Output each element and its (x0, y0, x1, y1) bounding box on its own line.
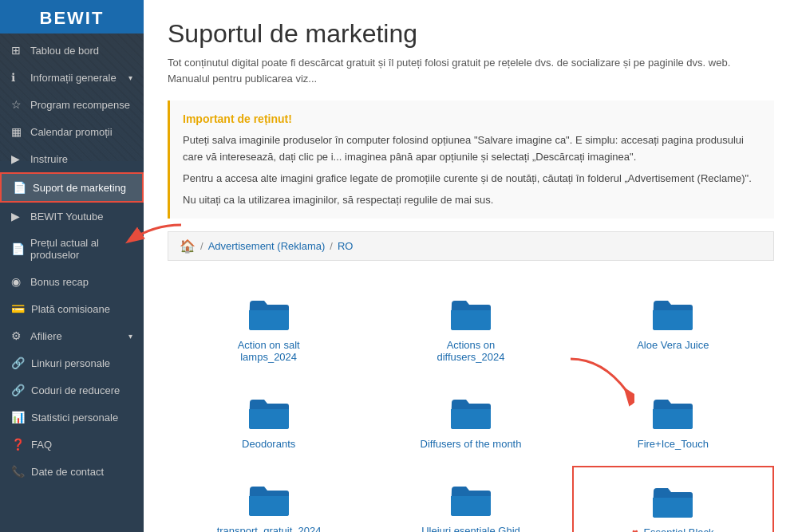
sidebar-item-label: BEWIT Youtube (30, 211, 104, 223)
sidebar-item-label: Instruire (30, 153, 68, 165)
folder-label-essential: ♥ Essential Black Friday (621, 526, 725, 532)
folder-item-3[interactable]: Aloe Vera Juice (572, 280, 774, 379)
folder-icon-essential (650, 483, 695, 520)
sidebar-item-coduri[interactable]: 🔗 Coduri de reducere (0, 376, 144, 404)
sidebar-item-label: Bonus recap (30, 276, 89, 288)
sidebar-item-label: Prețul actual al produselor (30, 237, 132, 261)
price-icon: 📄 (11, 242, 24, 255)
chevron-down-icon: ▾ (128, 332, 132, 341)
folder-label-8: Uleiuri esențiale Ghid practic (419, 525, 523, 532)
folder-item-7[interactable]: transport_gratuit_2024 (168, 466, 369, 532)
sidebar-item-label: Calendar promoții (30, 126, 113, 138)
bonus-icon: ◉ (11, 275, 24, 288)
folder-label-4: Deodorants (242, 438, 295, 450)
sidebar-item-label: Suport de marketing (33, 182, 126, 194)
sidebar-logo[interactable]: BEWIT (0, 0, 144, 37)
faq-icon: ❓ (11, 438, 25, 451)
calendar-icon: ▦ (11, 125, 24, 138)
document-icon: 📄 (13, 181, 26, 194)
sidebar: BEWIT ⊞ Tablou de bord ℹ Informații gene… (0, 0, 144, 532)
sidebar-item-bonus[interactable]: ◉ Bonus recap (0, 268, 144, 295)
folder-label-1: Action on salt lamps_2024 (217, 339, 321, 363)
home-icon[interactable]: 🏠 (180, 238, 196, 254)
phone-icon: 📞 (11, 465, 25, 478)
breadcrumb-separator-2: / (330, 240, 333, 252)
stats-icon: 📊 (11, 411, 25, 424)
folder-icon-3 (650, 296, 695, 333)
afiliere-icon: ⚙ (11, 329, 24, 342)
folder-item-6[interactable]: Fire+Ice_Touch (572, 379, 774, 466)
link-icon: 🔗 (11, 357, 25, 369)
sidebar-item-pret[interactable]: 📄 Prețul actual al produselor (0, 230, 144, 268)
info-line-2: Pentru a accesa alte imagini grafice leg… (183, 171, 761, 187)
heart-icon: ♥ (632, 526, 638, 532)
sidebar-item-label: Informații generale (30, 72, 117, 84)
sidebar-item-label: Statistici personale (31, 412, 118, 424)
sidebar-item-suport[interactable]: 📄 Suport de marketing (0, 172, 144, 203)
star-icon: ☆ (11, 98, 24, 111)
folder-item-4[interactable]: Deodorants (168, 379, 369, 466)
folder-item-essential[interactable]: ♥ Essential Black Friday (572, 466, 774, 532)
folder-icon-6 (650, 395, 695, 432)
sidebar-item-label: Program recompense (30, 99, 130, 111)
sidebar-item-linkuri[interactable]: 🔗 Linkuri personale (0, 349, 144, 376)
sidebar-item-label: Date de contact (31, 466, 104, 478)
folder-icon-2 (448, 296, 493, 333)
folder-item-1[interactable]: Action on salt lamps_2024 (168, 280, 369, 379)
sidebar-navigation: ⊞ Tablou de bord ℹ Informații generale ▾… (0, 37, 144, 485)
sidebar-item-tablou[interactable]: ⊞ Tablou de bord (0, 37, 144, 64)
breadcrumb-advertisement[interactable]: Advertisement (Reklama) (208, 240, 326, 252)
grid-icon: ⊞ (11, 44, 24, 57)
breadcrumb: 🏠 / Advertisement (Reklama) / RO (168, 231, 774, 261)
sidebar-item-program[interactable]: ☆ Program recompense (0, 91, 144, 118)
sidebar-item-calendar[interactable]: ▦ Calendar promoții (0, 118, 144, 145)
folder-icon-8 (448, 482, 493, 518)
sidebar-item-label: Coduri de reducere (31, 384, 120, 396)
folder-label-2: Actions on diffusers_2024 (419, 339, 523, 363)
sidebar-item-label: Tablou de bord (30, 45, 99, 57)
folder-item-2[interactable]: Actions on diffusers_2024 (369, 280, 571, 379)
info-icon: ℹ (11, 71, 24, 84)
info-box: Important de reținut! Puteți salva imagi… (168, 100, 774, 219)
sidebar-item-informatii[interactable]: ℹ Informații generale ▾ (0, 64, 144, 91)
chevron-down-icon: ▾ (128, 73, 132, 82)
main-content: Suportul de marketing Tot conținutul dig… (144, 0, 798, 532)
folder-item-5[interactable]: Diffusers of the month (369, 379, 571, 466)
info-title: Important de reținut! (183, 110, 761, 128)
sidebar-item-label: Linkuri personale (31, 357, 110, 369)
sidebar-item-faq[interactable]: ❓ FAQ (0, 431, 144, 458)
sidebar-item-youtube[interactable]: ▶ BEWIT Youtube (0, 203, 144, 230)
breadcrumb-ro[interactable]: RO (338, 240, 354, 252)
sidebar-item-label: Plată comisioane (31, 303, 110, 315)
sidebar-item-statistici[interactable]: 📊 Statistici personale (0, 404, 144, 431)
folder-label-3: Aloe Vera Juice (637, 339, 709, 351)
payment-icon: 💳 (11, 302, 25, 315)
folder-label-6: Fire+Ice_Touch (638, 438, 709, 450)
page-subtitle: Tot conținutul digital poate fi descărca… (168, 55, 774, 86)
sidebar-item-plata[interactable]: 💳 Plată comisioane (0, 295, 144, 322)
folder-label-5: Diffusers of the month (421, 438, 522, 450)
sidebar-item-label: Afiliere (30, 330, 62, 342)
folder-grid: Action on salt lamps_2024 Actions on dif… (168, 280, 774, 532)
code-icon: 🔗 (11, 384, 25, 396)
folder-label-7: transport_gratuit_2024 (217, 525, 321, 532)
sidebar-item-instruire[interactable]: ▶ Instruire (0, 145, 144, 172)
info-line-1: Puteți salva imaginile produselor în com… (183, 132, 761, 166)
folder-icon-4 (247, 395, 291, 432)
folder-icon-1 (247, 296, 291, 333)
page-title: Suportul de marketing (168, 19, 774, 49)
sidebar-item-contact[interactable]: 📞 Date de contact (0, 458, 144, 485)
folder-item-8[interactable]: Uleiuri esențiale Ghid practic (369, 466, 571, 532)
sidebar-item-afiliere[interactable]: ⚙ Afiliere ▾ (0, 322, 144, 349)
sidebar-item-label: FAQ (31, 439, 52, 451)
play-icon: ▶ (11, 152, 24, 165)
breadcrumb-separator: / (200, 240, 203, 252)
folder-icon-7 (247, 482, 291, 518)
youtube-icon: ▶ (11, 210, 24, 223)
logo-text: BEWIT (40, 8, 105, 29)
info-line-3: Nu uitați ca la utilizarea imaginilor, s… (183, 192, 761, 209)
folder-icon-5 (448, 395, 493, 432)
